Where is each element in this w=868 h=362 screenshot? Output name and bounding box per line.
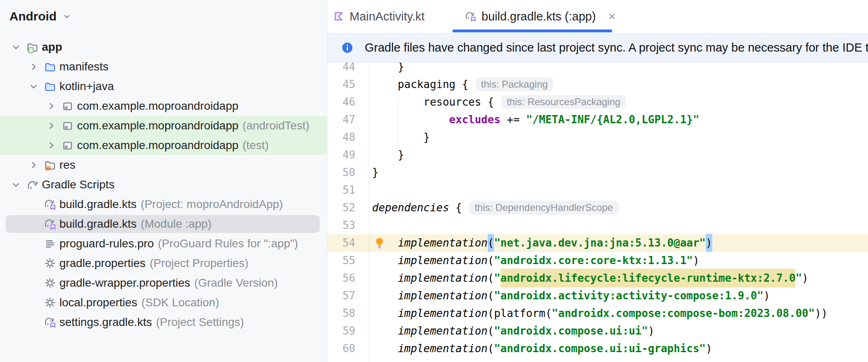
gradle-kts-icon <box>44 198 56 210</box>
gradle-icon <box>26 179 39 191</box>
code-line-57[interactable]: 57 implementation("androidx.activity:act… <box>327 287 868 305</box>
code-line-59[interactable]: 59 implementation("androidx.compose.ui:u… <box>327 322 868 340</box>
line-number[interactable]: 60 <box>327 340 355 357</box>
code-line-56[interactable]: 56 implementation("androidx.lifecycle:li… <box>327 269 868 287</box>
code-text: dependencies {this: DependencyHandlerSco… <box>372 199 868 217</box>
line-number[interactable]: 58 <box>327 305 355 322</box>
line-number[interactable]: 59 <box>327 322 355 340</box>
line-number[interactable]: 48 <box>327 129 355 146</box>
sidebar-item-gradle-properties[interactable]: gradle.properties(Project Properties) <box>0 253 327 273</box>
code-token <box>372 272 398 284</box>
tree-item-label: com.example.moproandroidapp(androidTest) <box>77 116 309 136</box>
line-number[interactable]: 52 <box>327 199 355 217</box>
code-token: implementation <box>398 237 488 249</box>
code-line-49[interactable]: 49 } <box>327 146 868 164</box>
code-text: implementation(platform("androidx.compos… <box>372 305 868 322</box>
code-token: "androidx.compose:compose-bom:2023.08.00… <box>552 307 815 319</box>
tree-item-secondary-label: (Project Settings) <box>156 316 244 328</box>
project-view-selector[interactable]: Android <box>9 8 72 25</box>
code-token: "androidx.compose.ui:ui" <box>494 325 648 337</box>
code-line-45[interactable]: 45 packaging {this: Packaging <box>327 76 868 93</box>
line-number[interactable]: 50 <box>327 164 355 181</box>
code-token: implementation <box>398 325 488 337</box>
code-line-52[interactable]: 52dependencies {this: DependencyHandlerS… <box>327 199 868 217</box>
gear-icon <box>44 296 56 309</box>
chevron-right-icon[interactable] <box>27 159 40 171</box>
code-token: resources { <box>372 96 494 108</box>
code-token: ( <box>488 342 494 355</box>
sidebar-item-proguard-rules-pro[interactable]: proguard-rules.pro(ProGuard Rules for ":… <box>0 234 327 253</box>
code-token: "androidx.core:core-ktx:1.13.1" <box>494 254 693 267</box>
sidebar-item-settings-gradle-kts[interactable]: settings.gradle.kts(Project Settings) <box>0 312 327 332</box>
code-token: ( <box>488 272 494 284</box>
tree-item-secondary-label: (Gradle Version) <box>194 276 278 289</box>
sidebar-item-gradle-scripts[interactable]: Gradle Scripts <box>0 175 327 195</box>
code-token: implementation <box>398 290 488 302</box>
line-number[interactable]: 55 <box>327 252 355 269</box>
code-line-60[interactable]: 60 implementation("androidx.compose.ui:u… <box>327 340 868 357</box>
tree-item-secondary-label: (Module :app) <box>141 217 211 230</box>
sidebar-item-app[interactable]: app <box>0 37 327 57</box>
sidebar-item-local-properties[interactable]: local.properties(SDK Location) <box>0 293 327 312</box>
tab-build-gradle-kts-app[interactable]: build.gradle.kts (:app) <box>465 0 617 33</box>
sidebar-item-build-gradle-kts[interactable]: build.gradle.kts(Project: moproAndroidAp… <box>0 195 327 214</box>
line-number[interactable]: 47 <box>327 111 355 129</box>
chevron-down-icon[interactable] <box>10 41 22 53</box>
chevron-down-icon[interactable] <box>10 179 22 191</box>
tree-item-secondary-label: (androidTest) <box>243 119 309 132</box>
code-token: implementation <box>398 254 488 267</box>
chevron-right-icon[interactable] <box>45 139 57 152</box>
banner-text: Gradle files have changed since last pro… <box>365 41 868 54</box>
line-number[interactable]: 53 <box>327 217 355 234</box>
sidebar-item-manifests[interactable]: manifests <box>0 57 327 77</box>
chevron-right-icon[interactable] <box>27 61 40 73</box>
sidebar-item-res[interactable]: res <box>0 155 327 175</box>
line-number[interactable]: 49 <box>327 146 355 164</box>
tree-item-label: proguard-rules.pro(ProGuard Rules for ":… <box>59 234 298 253</box>
code-text: implementation("net.java.dev.jna:jna:5.1… <box>372 234 868 252</box>
line-number[interactable]: 56 <box>327 269 355 287</box>
chevron-right-icon[interactable] <box>45 100 57 112</box>
module-folder-icon <box>26 41 39 53</box>
sidebar-item-com-example-moproandroidapp[interactable]: com.example.moproandroidapp <box>0 96 327 116</box>
gradle-kts-icon <box>44 316 56 328</box>
code-token: ( <box>488 254 494 267</box>
code-line-53[interactable]: 53 <box>327 217 868 234</box>
sidebar-item-gradle-wrapper-properties[interactable]: gradle-wrapper.properties(Gradle Version… <box>0 273 327 293</box>
code-token: ) <box>693 254 700 267</box>
info-icon <box>341 41 354 54</box>
gear-icon <box>44 257 56 269</box>
sidebar-item-build-gradle-kts[interactable]: build.gradle.kts(Module :app) <box>0 214 327 234</box>
folder-icon <box>44 61 56 73</box>
code-token: excludes <box>449 113 500 126</box>
tab-label: build.gradle.kts (:app) <box>482 10 596 23</box>
code-line-55[interactable]: 55 implementation("androidx.core:core-kt… <box>327 252 868 269</box>
package-icon <box>61 120 74 132</box>
sidebar-item-kotlin-java[interactable]: kotlin+java <box>0 77 327 96</box>
line-number[interactable]: 46 <box>327 93 355 111</box>
code-line-50[interactable]: 50} <box>327 164 868 181</box>
sidebar-item-com-example-moproandroidapp[interactable]: com.example.moproandroidapp(androidTest) <box>0 116 327 136</box>
code-text: } <box>372 164 868 181</box>
code-token: packaging { <box>372 78 468 90</box>
tab-mainactivity-kt[interactable]: MainActivity.kt <box>333 0 425 33</box>
code-line-46[interactable]: 46 resources {this: ResourcesPackaging <box>327 93 868 111</box>
code-line-54[interactable]: 54 implementation("net.java.dev.jna:jna:… <box>327 234 868 252</box>
line-number[interactable]: 54 <box>327 234 355 252</box>
code-token: ( <box>488 290 494 302</box>
close-icon[interactable] <box>607 11 617 21</box>
line-number[interactable]: 57 <box>327 287 355 305</box>
tree-item-label: gradle-wrapper.properties(Gradle Version… <box>59 273 278 293</box>
chevron-down-icon[interactable] <box>27 80 40 93</box>
chevron-right-icon[interactable] <box>45 120 57 132</box>
res-folder-icon <box>44 159 56 171</box>
code-token <box>372 254 398 267</box>
gradle-kts-icon <box>44 218 56 230</box>
sidebar-item-com-example-moproandroidapp[interactable]: com.example.moproandroidapp(test) <box>0 136 327 155</box>
code-line-51[interactable]: 51 <box>327 181 868 199</box>
line-number[interactable]: 45 <box>327 76 355 93</box>
line-number[interactable]: 51 <box>327 181 355 199</box>
code-line-47[interactable]: 47 excludes += "/META-INF/{AL2.0,LGPL2.1… <box>327 111 868 129</box>
code-line-58[interactable]: 58 implementation(platform("androidx.com… <box>327 305 868 322</box>
code-line-48[interactable]: 48 } <box>327 129 868 146</box>
